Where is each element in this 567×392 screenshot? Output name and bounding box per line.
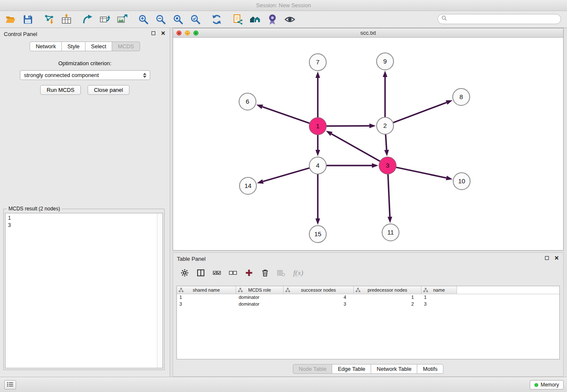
table-settings-gear-icon[interactable] xyxy=(181,269,189,277)
clone-network-icon[interactable] xyxy=(99,14,110,25)
column-header-name[interactable]: name xyxy=(421,286,457,294)
sort-column-icon xyxy=(238,287,243,293)
graph-node-2[interactable]: 2 xyxy=(377,117,394,134)
network-overview-icon[interactable] xyxy=(250,14,261,25)
table-body: 1dominator4113dominator323 xyxy=(177,294,559,308)
window-title: Session: New Session xyxy=(256,2,311,8)
delete-row-icon[interactable] xyxy=(261,269,269,277)
memory-button[interactable]: Memory xyxy=(530,380,564,389)
result-line: 1 xyxy=(8,215,160,222)
table-panel-title: Table Panel xyxy=(177,256,206,262)
dropdown-stepper-icon xyxy=(142,72,148,79)
optimization-criterion-dropdown[interactable]: strongly connected component xyxy=(20,70,150,80)
add-row-icon[interactable] xyxy=(245,269,253,277)
graph-node-4[interactable]: 4 xyxy=(309,157,326,174)
graph-edge-3-11[interactable] xyxy=(388,174,392,223)
graph-edge-4-14[interactable] xyxy=(257,168,310,184)
select-all-rows-icon[interactable] xyxy=(213,269,221,277)
tab-select[interactable]: Select xyxy=(85,41,112,51)
mcds-result-groupbox: MCDS result (2 nodes) 13 xyxy=(3,206,165,370)
float-table-panel-icon[interactable] xyxy=(545,256,549,260)
graph-node-10[interactable]: 10 xyxy=(453,173,470,190)
column-header-MCDS-role[interactable]: MCDS role xyxy=(236,286,284,294)
main-toolbar-icons xyxy=(5,14,306,25)
zoom-selected-icon[interactable] xyxy=(190,14,201,25)
tab-mcds[interactable]: MCDS xyxy=(112,41,140,51)
graph-node-14[interactable]: 14 xyxy=(239,177,256,194)
result-scrollbar[interactable] xyxy=(157,213,162,368)
export-image-icon[interactable] xyxy=(117,14,128,25)
svg-text:10: 10 xyxy=(458,177,465,185)
tab-network-table[interactable]: Network Table xyxy=(371,364,417,374)
graph-node-15[interactable]: 15 xyxy=(309,226,326,243)
function-builder-icon[interactable]: f(x) xyxy=(293,269,303,277)
search-box[interactable] xyxy=(438,14,561,24)
tab-motifs[interactable]: Motifs xyxy=(417,364,443,374)
sort-column-icon xyxy=(423,287,428,293)
close-panel-icon[interactable]: ✕ xyxy=(161,31,165,36)
graph-edge-4-3[interactable] xyxy=(326,163,378,168)
document-share-icon[interactable] xyxy=(232,14,243,25)
graph-edge-2-9[interactable] xyxy=(383,71,388,117)
graph-edge-1-4[interactable] xyxy=(316,135,320,156)
graph-node-8[interactable]: 8 xyxy=(453,88,470,105)
column-label: successor nodes xyxy=(301,287,336,293)
zoom-fit-icon[interactable] xyxy=(173,14,184,25)
toggle-columns-icon[interactable] xyxy=(197,269,205,277)
column-header-successor-nodes[interactable]: successor nodes xyxy=(284,286,354,294)
network-graph[interactable]: 7968124314101511 xyxy=(173,38,563,250)
graph-edge-4-15[interactable] xyxy=(316,174,320,225)
network-window-titlebar[interactable]: ✕ − + scc.txt xyxy=(173,28,563,38)
close-window-icon[interactable]: ✕ xyxy=(176,30,182,36)
search-input[interactable] xyxy=(449,16,557,22)
table-panel-tabs: Node TableEdge TableNetwork TableMotifs xyxy=(173,364,563,374)
table-row[interactable]: 1dominator411 xyxy=(177,294,559,301)
column-header-shared-name[interactable]: shared name xyxy=(177,286,236,294)
tab-style[interactable]: Style xyxy=(61,41,85,51)
import-network-icon[interactable] xyxy=(44,14,55,25)
graph-node-1[interactable]: 1 xyxy=(309,118,326,135)
zoom-in-icon[interactable] xyxy=(138,14,149,25)
zoom-out-icon[interactable] xyxy=(155,14,166,25)
graph-edge-2-3[interactable] xyxy=(384,134,389,156)
graph-node-9[interactable]: 9 xyxy=(377,53,394,70)
tab-node-table[interactable]: Node Table xyxy=(293,364,333,374)
open-session-icon[interactable] xyxy=(5,14,16,25)
graph-node-11[interactable]: 11 xyxy=(382,224,399,241)
float-panel-icon[interactable] xyxy=(151,31,155,35)
close-table-panel-icon[interactable]: ✕ xyxy=(554,256,559,260)
save-session-icon[interactable] xyxy=(22,14,33,25)
column-header-predecessor-nodes[interactable]: predecessor nodes xyxy=(354,286,421,294)
graph-edge-2-8[interactable] xyxy=(393,100,453,123)
node-table: shared nameMCDS rolesuccessor nodesprede… xyxy=(176,286,560,359)
apply-style-icon[interactable] xyxy=(267,14,278,25)
column-label: name xyxy=(433,287,445,293)
graph-edge-3-10[interactable] xyxy=(396,167,453,180)
table-row[interactable]: 3dominator323 xyxy=(177,301,559,308)
show-graphics-details-icon[interactable] xyxy=(284,14,295,25)
control-panel-title: Control Panel xyxy=(4,31,37,37)
svg-text:3: 3 xyxy=(386,162,389,169)
table-toolbar-icons: f(x) xyxy=(181,267,303,278)
tab-network[interactable]: Network xyxy=(30,41,62,51)
run-mcds-button[interactable]: Run MCDS xyxy=(40,85,81,95)
graph-edge-1-7[interactable] xyxy=(316,72,320,118)
zoom-window-icon[interactable]: + xyxy=(193,30,198,36)
graph-edge-3-1[interactable] xyxy=(326,131,380,161)
graph-node-7[interactable]: 7 xyxy=(309,54,326,71)
svg-text:11: 11 xyxy=(387,229,394,236)
close-panel-button[interactable]: Close panel xyxy=(88,85,129,95)
toggle-panels-button[interactable] xyxy=(4,380,16,389)
apply-layout-icon[interactable] xyxy=(211,14,222,25)
graph-edge-1-2[interactable] xyxy=(326,124,376,128)
minimize-window-icon[interactable]: − xyxy=(185,30,190,36)
graph-node-3[interactable]: 3 xyxy=(379,157,396,174)
graph-node-6[interactable]: 6 xyxy=(239,93,256,110)
graph-edge-1-6[interactable] xyxy=(256,105,310,123)
import-table-icon[interactable] xyxy=(61,14,72,25)
svg-text:9: 9 xyxy=(383,58,387,65)
deselect-all-rows-icon[interactable] xyxy=(229,269,237,277)
network-from-selection-icon[interactable] xyxy=(82,14,93,25)
delete-column-icon[interactable] xyxy=(277,269,285,277)
tab-edge-table[interactable]: Edge Table xyxy=(332,364,371,374)
